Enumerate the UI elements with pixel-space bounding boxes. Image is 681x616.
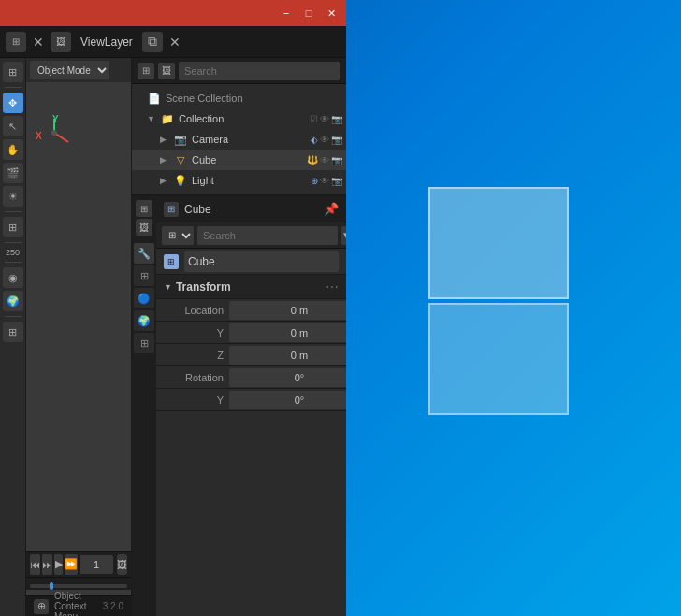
collection-item[interactable]: ▼ 📁 Collection ☑ 👁 📷 <box>132 108 346 129</box>
rotation-y-field[interactable] <box>229 391 346 409</box>
collection-hide[interactable]: 👁 <box>320 114 329 124</box>
viewport-topbar: Object Mode <box>26 58 131 82</box>
props-modifier-btn[interactable]: 🔵 <box>134 288 154 308</box>
rotation-x-row: Rotation 🔒 <box>156 366 346 389</box>
cube-hide[interactable]: 👁 <box>320 155 329 165</box>
left-toolbar: ⊞ ✥ ↖ ✋ 🎬 ☀ ⊞ 250 ◉ 🌍 ⊞ <box>0 58 26 616</box>
transform-tool-btn[interactable]: ⊞ <box>3 217 23 237</box>
toolbar-sep-3 <box>5 242 22 243</box>
toolbar-sep-1 <box>5 87 22 88</box>
bottom-bar: ⊕ Object Context Menu 3.2.0 <box>26 595 131 616</box>
collection-render[interactable]: 📷 <box>331 114 342 124</box>
main-area: ⊞ ✥ ↖ ✋ 🎬 ☀ ⊞ 250 ◉ 🌍 ⊞ Object Mode <box>0 58 346 616</box>
workspace-icon[interactable]: ⊞ <box>6 32 26 52</box>
render-btn[interactable]: 🌍 <box>3 291 23 311</box>
props-icon-select[interactable]: ⊞ <box>162 226 194 245</box>
view-layer-icon[interactable]: 🖼 <box>51 32 71 52</box>
camera-arrow[interactable]: ▶ <box>160 135 173 144</box>
camera-object-icon[interactable]: ⬖ <box>311 135 318 145</box>
outliner-header: ⊞ 🖼 <box>132 58 346 84</box>
props-search-input[interactable] <box>197 226 338 245</box>
view-layer-label: ViewLayer <box>75 36 138 49</box>
annotate-tool-btn[interactable]: 🎬 <box>3 163 23 183</box>
object-header: ⊞ Cube 📌 <box>156 196 346 222</box>
scene-collection-item[interactable]: 📄 Scene Collection <box>132 88 346 108</box>
light-arrow[interactable]: ▶ <box>160 176 173 185</box>
rotation-x-field[interactable] <box>229 368 346 387</box>
workspace-bar: ⊞ ✕ 🖼 ViewLayer ⧉ ✕ <box>0 26 346 58</box>
maximize-button[interactable]: □ <box>301 6 316 21</box>
next-frame-btn[interactable]: ⏩ <box>65 554 78 575</box>
props-data-btn[interactable]: ⊞ <box>134 333 154 353</box>
collection-arrow[interactable]: ▼ <box>147 114 160 123</box>
location-z-field[interactable] <box>229 346 346 365</box>
cursor-tool-btn[interactable]: ✥ <box>3 93 23 113</box>
props-tools-btn[interactable]: 🔧 <box>134 243 154 264</box>
minimize-button[interactable]: − <box>279 6 294 21</box>
viewport-mode-dropdown[interactable]: Object Mode <box>30 61 109 79</box>
play-btn-main[interactable]: ▶ <box>54 554 63 575</box>
location-label: Location <box>164 305 229 316</box>
add-tool-btn[interactable]: ☀ <box>3 186 23 207</box>
select-tool-btn[interactable]: ↖ <box>3 116 23 136</box>
props-shading-btn[interactable]: 🌍 <box>134 310 154 331</box>
props-mode-btn[interactable]: ⊞ <box>136 200 152 217</box>
camera-icon: 📷 <box>173 132 188 147</box>
light-item[interactable]: ▶ 💡 Light ⊕ 👁 📷 <box>132 170 346 191</box>
location-x-field[interactable] <box>229 301 346 320</box>
cube-arrow[interactable]: ▶ <box>160 155 173 165</box>
light-hide[interactable]: 👁 <box>320 176 329 186</box>
transform-section-header[interactable]: ▼ Transform ⋯ <box>156 275 346 299</box>
light-render[interactable]: 📷 <box>331 176 342 186</box>
location-y-label: Y <box>164 327 229 338</box>
outliner-filter-btn[interactable]: 🖼 <box>158 63 175 79</box>
workspace-close2[interactable]: ✕ <box>167 35 183 50</box>
frame-input[interactable] <box>80 555 113 574</box>
light-object-icon[interactable]: ⊕ <box>311 176 318 186</box>
location-y-field[interactable] <box>229 323 346 342</box>
cube-item[interactable]: ▶ ▽ Cube 🔱 👁 📷 <box>132 150 346 170</box>
cube-name-bar: ⊞ <box>156 249 346 275</box>
cube-label: Cube <box>192 154 307 165</box>
cursor-status-icon[interactable]: ⊕ <box>34 599 49 614</box>
camera-hide[interactable]: 👁 <box>320 135 329 145</box>
grab-tool-btn[interactable]: ✋ <box>3 139 23 160</box>
transform-dots[interactable]: ⋯ <box>326 279 339 294</box>
location-z-row: Z 🔒 <box>156 344 346 366</box>
close-button[interactable]: ✕ <box>324 6 339 21</box>
props-object-btn[interactable]: ⊞ <box>134 265 154 286</box>
camera-render[interactable]: 📷 <box>331 135 342 145</box>
blender-window: − □ ✕ ⊞ ✕ 🖼 ViewLayer ⧉ ✕ ⊞ ✥ ↖ ✋ 🎬 ☀ ⊞ … <box>0 0 346 616</box>
pin-icon[interactable]: 📌 <box>324 202 339 216</box>
shading-btn[interactable]: ◉ <box>3 267 23 288</box>
outliner-mode-btn[interactable]: ⊞ <box>138 63 154 79</box>
toolbar-sep-5 <box>5 316 22 317</box>
collection-checkbox[interactable]: ☑ <box>310 114 318 124</box>
cube-constraint-icon[interactable]: 🔱 <box>307 155 318 165</box>
viewport-area[interactable]: Object Mode X Y ⏮ ⏭ ▶ ⏩ <box>26 58 131 616</box>
workspace-copy-icon[interactable]: ⧉ <box>142 32 163 52</box>
jump-start-btn[interactable]: ⏮ <box>30 554 40 575</box>
props-icon-btn[interactable]: 🖼 <box>136 219 152 236</box>
axis-svg <box>36 114 73 151</box>
workspace-close[interactable]: ✕ <box>30 35 47 50</box>
cube-icons-right: 🔱 👁 📷 <box>307 155 342 165</box>
scrubber-bar[interactable] <box>26 577 131 590</box>
toolbar-sep-4 <box>5 262 22 263</box>
toolbar-header-btn[interactable]: ⊞ <box>3 62 23 82</box>
camera-item[interactable]: ▶ 📷 Camera ⬖ 👁 📷 <box>132 129 346 150</box>
cube-render[interactable]: 📷 <box>331 155 342 165</box>
prev-frame-btn[interactable]: ⏭ <box>42 554 52 575</box>
properties-panel: ⊞ 🖼 🔧 ⊞ 🔵 🌍 ⊞ ⊞ Cube 📌 <box>132 196 346 616</box>
scene-collection-icon: 📄 <box>147 91 162 106</box>
props-search-dropdown[interactable]: ▼ <box>341 226 346 245</box>
rotation-y-row: Y 🔒 <box>156 389 346 411</box>
right-panel: ⊞ 🖼 📄 Scene Collection ▼ 📁 Collection <box>131 58 346 616</box>
render2-btn[interactable]: ⊞ <box>3 322 23 342</box>
props-sidebar: ⊞ 🖼 🔧 ⊞ 🔵 🌍 ⊞ <box>132 196 156 616</box>
obj-header-icon: ⊞ <box>164 202 179 217</box>
rotation-label: Rotation <box>164 372 229 383</box>
cube-name-field[interactable] <box>184 251 339 272</box>
image-preview-btn[interactable]: 🖼 <box>117 554 127 575</box>
outliner-search-input[interactable] <box>179 62 340 80</box>
